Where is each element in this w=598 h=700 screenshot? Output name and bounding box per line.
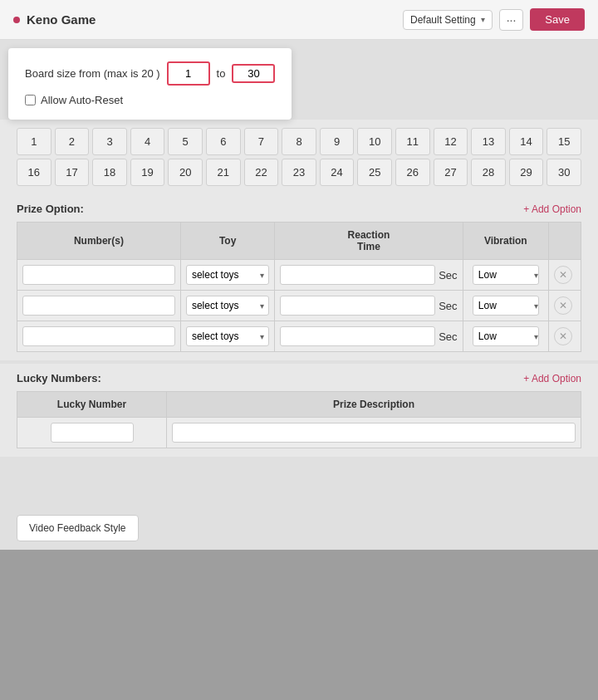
toy-select-wrapper-2: select toys▾ (186, 326, 269, 346)
vib-select-wrapper-0: LowMediumHigh▾ (468, 265, 543, 285)
grid-cell-20[interactable]: 20 (168, 159, 203, 186)
add-lucky-option-button[interactable]: + Add Option (523, 373, 581, 384)
grid-cell-6[interactable]: 6 (206, 128, 241, 155)
grid-cell-25[interactable]: 25 (357, 159, 392, 186)
sec-label-1: Sec (439, 300, 457, 312)
grid-cell-7[interactable]: 7 (244, 128, 279, 155)
board-size-input-group (167, 61, 210, 86)
grid-cell-24[interactable]: 24 (320, 159, 355, 186)
grid-cell-4[interactable]: 4 (130, 128, 165, 155)
grid-cell-23[interactable]: 23 (282, 159, 316, 186)
toy-select-2[interactable]: select toys (186, 326, 269, 346)
lucky-table: Lucky Number Prize Description (17, 391, 581, 448)
board-size-popup: Board size from (max is 20 ) to Allow Au… (8, 48, 292, 120)
number-input-2[interactable] (22, 326, 175, 346)
sec-input-wrapper-1: Sec (280, 296, 457, 316)
vib-select-2[interactable]: LowMediumHigh (473, 326, 539, 346)
board-to-input[interactable] (237, 67, 270, 80)
lucky-numbers-section: Lucky Numbers: + Add Option Lucky Number… (0, 364, 598, 457)
board-size-row: Board size from (max is 20 ) to (25, 61, 275, 86)
prize-option-label: Prize Option: (17, 203, 84, 215)
sec-input-0[interactable] (280, 265, 435, 285)
sec-input-wrapper-0: Sec (280, 265, 457, 285)
number-input-1[interactable] (22, 296, 175, 316)
app-title-group: Keno Game (13, 12, 96, 27)
board-from-input[interactable] (172, 65, 205, 82)
prize-table: Number(s) Toy Reaction Time Vibration se… (17, 222, 581, 352)
grid-cell-12[interactable]: 12 (434, 128, 468, 155)
title-dot (13, 17, 20, 23)
prize-desc-input-0[interactable] (172, 423, 576, 443)
prize-option-section: Prize Option: + Add Option Number(s) Toy… (0, 194, 598, 360)
lucky-numbers-label: Lucky Numbers: (17, 372, 101, 384)
topbar: Keno Game Default Setting ▾ ··· Save (0, 0, 598, 40)
grid-cell-10[interactable]: 10 (357, 128, 392, 155)
grid-cell-21[interactable]: 21 (206, 159, 241, 186)
toy-select-1[interactable]: select toys (186, 296, 269, 316)
remove-row-button-0[interactable]: ✕ (554, 266, 572, 284)
col-lucky-number: Lucky Number (17, 392, 167, 418)
grid-cell-17[interactable]: 17 (55, 159, 90, 186)
grid-cell-16[interactable]: 16 (17, 159, 51, 186)
grid-cell-13[interactable]: 13 (471, 128, 506, 155)
number-input-0[interactable] (22, 265, 175, 285)
app-title: Keno Game (27, 12, 96, 27)
sec-input-2[interactable] (280, 326, 435, 346)
grid-cell-2[interactable]: 2 (55, 128, 90, 155)
col-prize-desc: Prize Description (167, 392, 581, 418)
grid-cell-3[interactable]: 3 (92, 128, 127, 155)
prize-section-header: Prize Option: + Add Option (17, 203, 581, 215)
lucky-section-header: Lucky Numbers: + Add Option (17, 372, 581, 384)
col-numbers: Number(s) (17, 223, 181, 260)
vib-select-1[interactable]: LowMediumHigh (473, 296, 539, 316)
grid-cell-5[interactable]: 5 (168, 128, 203, 155)
vib-select-0[interactable]: LowMediumHigh (473, 265, 539, 285)
feedback-style-button[interactable]: Video Feedback Style (17, 515, 139, 541)
col-actions (549, 223, 581, 260)
grid-cell-29[interactable]: 29 (509, 159, 544, 186)
lucky-number-input-0[interactable] (51, 423, 134, 443)
col-vibration: Vibration (463, 223, 548, 260)
board-to-input-group (232, 64, 275, 83)
chevron-down-icon: ▾ (481, 15, 485, 24)
setting-dropdown[interactable]: Default Setting ▾ (403, 10, 493, 30)
grid-cell-1[interactable]: 1 (17, 128, 51, 155)
remove-row-button-2[interactable]: ✕ (554, 327, 572, 345)
toy-select-0[interactable]: select toys (186, 265, 269, 285)
grid-cell-8[interactable]: 8 (282, 128, 316, 155)
vib-select-wrapper-1: LowMediumHigh▾ (468, 296, 543, 316)
table-row: select toys▾SecLowMediumHigh▾✕ (17, 321, 581, 352)
auto-reset-row: Allow Auto-Reset (25, 94, 275, 106)
sec-label-0: Sec (439, 269, 457, 281)
bottom-spacer (0, 457, 598, 507)
sec-input-1[interactable] (280, 296, 435, 316)
save-button[interactable]: Save (530, 8, 585, 31)
vib-select-wrapper-2: LowMediumHigh▾ (468, 326, 543, 346)
grid-cell-28[interactable]: 28 (471, 159, 506, 186)
grid-cell-9[interactable]: 9 (320, 128, 355, 155)
board-size-label-prefix: Board size from (max is 20 ) (25, 67, 160, 80)
auto-reset-checkbox[interactable] (25, 95, 36, 105)
col-reaction-time: Reaction Time (275, 223, 463, 260)
number-grid: 1234567891011121314151617181920212223242… (17, 128, 581, 186)
grid-cell-26[interactable]: 26 (395, 159, 430, 186)
grid-cell-14[interactable]: 14 (509, 128, 544, 155)
sec-input-wrapper-2: Sec (280, 326, 457, 346)
grid-cell-11[interactable]: 11 (395, 128, 430, 155)
grid-cell-18[interactable]: 18 (92, 159, 127, 186)
grid-cell-22[interactable]: 22 (244, 159, 279, 186)
toy-select-wrapper-1: select toys▾ (186, 296, 269, 316)
grid-cell-19[interactable]: 19 (130, 159, 165, 186)
table-row: select toys▾SecLowMediumHigh▾✕ (17, 260, 581, 291)
dots-button[interactable]: ··· (499, 9, 524, 31)
grid-cell-30[interactable]: 30 (547, 159, 581, 186)
remove-row-button-1[interactable]: ✕ (554, 296, 572, 315)
toy-select-wrapper-0: select toys▾ (186, 265, 269, 285)
lucky-table-header-row: Lucky Number Prize Description (17, 392, 581, 418)
prize-table-header-row: Number(s) Toy Reaction Time Vibration (17, 223, 581, 260)
grid-cell-15[interactable]: 15 (547, 128, 581, 155)
bottom-bar: Video Feedback Style (0, 507, 598, 550)
col-toy: Toy (180, 223, 274, 260)
grid-cell-27[interactable]: 27 (434, 159, 468, 186)
add-prize-option-button[interactable]: + Add Option (523, 203, 581, 215)
